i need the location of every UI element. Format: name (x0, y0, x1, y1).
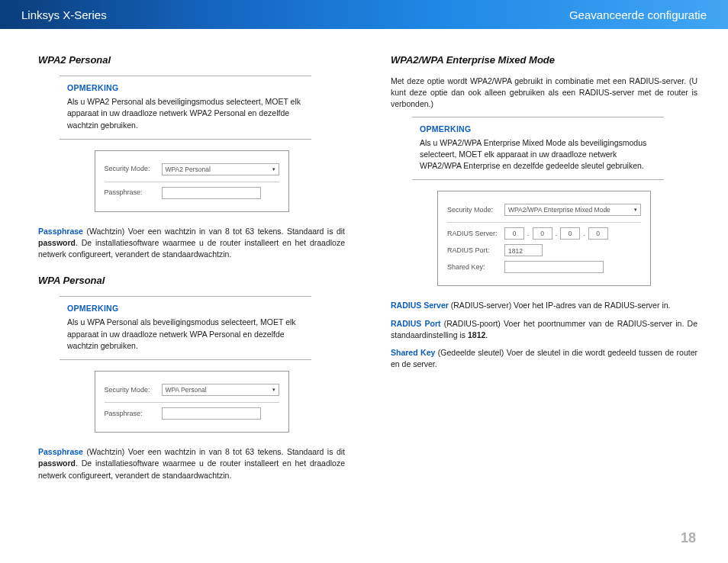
fig-radius-port-input[interactable]: 1812 (504, 244, 543, 256)
note-body: Als u WPA2 Personal als beveiligingsmodu… (67, 96, 304, 131)
term-radius-server: RADIUS Server (391, 301, 449, 310)
fig-label-passphrase: Passphrase: (105, 409, 162, 419)
note-heading: OPMERKING (67, 82, 304, 94)
fig-label-radius-server: RADIUS Server: (447, 229, 504, 239)
page-header: Linksys X-Series Geavanceerde configurat… (0, 0, 728, 29)
paragraph-radius-server: RADIUS Server (RADIUS-server) Voer het I… (391, 300, 697, 311)
note-box: OPMERKING Als u WPA Personal als beveili… (60, 296, 311, 360)
chevron-down-icon: ▾ (634, 206, 637, 214)
section-title-wpa-personal: WPA Personal (38, 274, 345, 288)
term-passphrase: Passphrase (38, 447, 83, 456)
ip-octet-input[interactable]: 0 (533, 227, 552, 240)
page-content: WPA2 Personal OPMERKING Als u WPA2 Perso… (0, 29, 728, 495)
figure-wpa2-personal: Security Mode: WPA2 Personal ▾ Passphras… (95, 150, 289, 212)
fig-label-security-mode: Security Mode: (105, 164, 162, 174)
fig-security-mode-value: WPA2 Personal (166, 165, 211, 174)
right-column: WPA2/WPA Enterprise Mixed Mode Met deze … (383, 53, 697, 487)
header-right: Geavanceerde configuratie (569, 8, 707, 21)
left-column: WPA2 Personal OPMERKING Als u WPA2 Perso… (38, 53, 353, 487)
fig-security-mode-select[interactable]: WPA2/WPA Enterprise Mixed Mode ▾ (504, 204, 641, 216)
ip-octet-input[interactable]: 0 (504, 227, 524, 240)
fig-shared-key-input[interactable] (504, 261, 604, 273)
fig-security-mode-value: WPA2/WPA Enterprise Mixed Mode (508, 205, 610, 214)
term-shared-key: Shared Key (391, 348, 435, 357)
chevron-down-icon: ▾ (272, 386, 275, 394)
term-passphrase: Passphrase (38, 227, 83, 236)
figure-enterprise-mixed: Security Mode: WPA2/WPA Enterprise Mixed… (437, 191, 651, 286)
note-heading: OPMERKING (420, 124, 656, 135)
note-body: Als u WPA2/WPA Enterprise Mixed Mode als… (420, 137, 656, 172)
fig-label-security-mode: Security Mode: (447, 205, 504, 215)
fig-label-radius-port: RADIUS Port: (447, 246, 504, 256)
fig-label-security-mode: Security Mode: (105, 385, 162, 395)
fig-security-mode-value: WPA Personal (166, 385, 207, 394)
ip-octet-input[interactable]: 0 (588, 227, 608, 240)
note-body: Als u WPA Personal als beveiligingsmodus… (67, 317, 304, 352)
fig-radius-server-ip: 0. 0. 0. 0 (504, 227, 608, 240)
section-title-enterprise-mixed: WPA2/WPA Enterprise Mixed Mode (391, 53, 697, 68)
page-number: 18 (681, 530, 696, 546)
fig-label-shared-key: Shared Key: (447, 262, 504, 272)
note-box: OPMERKING Als u WPA2 Personal als beveil… (60, 76, 311, 140)
fig-passphrase-input[interactable] (162, 187, 261, 199)
paragraph-passphrase-2: Passphrase (Wachtzin) Voer een wachtzin … (38, 446, 345, 481)
term-radius-port: RADIUS Port (391, 319, 441, 328)
fig-label-passphrase: Passphrase: (105, 188, 162, 198)
fig-passphrase-input[interactable] (162, 407, 261, 420)
fig-security-mode-select[interactable]: WPA Personal ▾ (162, 384, 279, 396)
figure-wpa-personal: Security Mode: WPA Personal ▾ Passphrase… (95, 371, 289, 433)
paragraph-radius-port: RADIUS Port (RADIUS-poort) Voer het poor… (391, 318, 697, 341)
note-heading: OPMERKING (67, 303, 304, 314)
chevron-down-icon: ▾ (272, 166, 275, 173)
note-box: OPMERKING Als u WPA2/WPA Enterprise Mixe… (412, 117, 664, 181)
fig-security-mode-select[interactable]: WPA2 Personal ▾ (162, 163, 279, 175)
intro-paragraph: Met deze optie wordt WPA2/WPA gebruikt i… (391, 76, 697, 111)
section-title-wpa2-personal: WPA2 Personal (38, 53, 345, 68)
ip-octet-input[interactable]: 0 (560, 227, 580, 240)
header-left: Linksys X-Series (21, 8, 107, 21)
paragraph-shared-key: Shared Key (Gedeelde sleutel) Voer de sl… (391, 347, 697, 370)
paragraph-passphrase-1: Passphrase (Wachtzin) Voer een wachtzin … (38, 226, 345, 261)
